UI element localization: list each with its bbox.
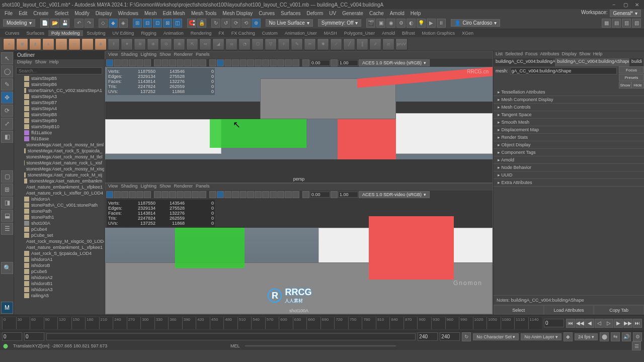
attr-menu-focus[interactable]: Focus bbox=[525, 51, 538, 58]
attr-menu-attributes[interactable]: Attributes bbox=[540, 51, 559, 58]
vp2-gate-mask-icon[interactable] bbox=[177, 191, 184, 198]
copy-tab-button[interactable]: Copy Tab bbox=[594, 305, 644, 315]
vp-dof-icon[interactable] bbox=[270, 59, 277, 66]
paint-select-tool[interactable]: ✎ bbox=[1, 78, 13, 90]
range-track[interactable] bbox=[46, 333, 416, 340]
history-4-icon[interactable]: ⟲ bbox=[242, 19, 251, 28]
time-track[interactable]: 0306090120150180210240270300330360390420… bbox=[2, 317, 542, 329]
mirror-icon[interactable]: ⧈ bbox=[225, 38, 237, 50]
last-tool[interactable]: ◧ bbox=[1, 131, 13, 143]
tab-animation[interactable]: Animation bbox=[160, 30, 187, 36]
vp2-motion-blur-icon[interactable] bbox=[255, 191, 262, 198]
attr-menu-selected[interactable]: Selected bbox=[505, 51, 523, 58]
vp2-exposure-icon[interactable] bbox=[302, 191, 309, 198]
vp2-xray-joints-icon[interactable] bbox=[292, 191, 299, 198]
vp2-ao-icon[interactable] bbox=[247, 191, 254, 198]
vp-menu-view[interactable]: View bbox=[108, 52, 118, 59]
attr-section[interactable]: Extra Attributes bbox=[494, 179, 644, 187]
move-tool[interactable]: ✥ bbox=[1, 92, 13, 104]
vp-gamma-icon[interactable] bbox=[331, 59, 338, 66]
outliner-item[interactable]: Aset_rock_mossy_M_xisgcic_00_LOD4 bbox=[14, 238, 104, 244]
vp2-menu-view[interactable]: View bbox=[108, 184, 118, 191]
show-button[interactable]: Show bbox=[619, 81, 631, 88]
vp-bookmark-icon[interactable] bbox=[121, 59, 128, 66]
goto-start-icon[interactable]: ⏮ bbox=[566, 319, 575, 328]
outliner-item[interactable]: stonesMega:Aset_rock_mossy_M_tlel bbox=[14, 154, 104, 160]
vp2-lights-icon[interactable] bbox=[232, 191, 239, 198]
outliner-item[interactable]: stonesMega:Aset_rock_mossy_M_xisg bbox=[14, 166, 104, 172]
layout-2-icon[interactable]: ▤ bbox=[612, 19, 621, 28]
vp2-colorspace-dropdown[interactable]: ACES 1.0 SDR-video (sRGB) ▾ bbox=[359, 191, 430, 198]
attr-section[interactable]: Arnold bbox=[494, 156, 644, 164]
play-back-icon[interactable]: ◁ bbox=[595, 319, 604, 328]
tab-mash[interactable]: MASH bbox=[321, 30, 340, 36]
step-forward-icon[interactable]: ▶ bbox=[614, 319, 623, 328]
separate-icon[interactable]: ⊖ bbox=[160, 38, 172, 50]
menu-arnold[interactable]: Arnold bbox=[388, 11, 406, 16]
menu-windows[interactable]: Windows bbox=[116, 11, 140, 16]
vp-gamma-field[interactable] bbox=[338, 60, 358, 66]
poly-cone-icon[interactable]: ▲ bbox=[42, 38, 54, 50]
outliner-item[interactable]: stairsStepB7 bbox=[14, 100, 104, 106]
command-line[interactable] bbox=[245, 345, 396, 346]
attr-section[interactable]: Node Behavior bbox=[494, 164, 644, 171]
offset-edge-icon[interactable]: ║ bbox=[356, 38, 368, 50]
range-end-field[interactable] bbox=[440, 332, 460, 341]
tab-sculpting[interactable]: Sculpting bbox=[84, 30, 109, 36]
select-by-object-icon[interactable]: ◆ bbox=[109, 19, 118, 28]
attr-section[interactable]: Tessellation Attributes bbox=[494, 88, 644, 96]
goto-end-icon[interactable]: ⏭ bbox=[633, 319, 642, 328]
light-editor-icon[interactable]: 💡 bbox=[417, 19, 426, 28]
render-settings-icon[interactable]: ⚙ bbox=[396, 19, 406, 28]
vp2-safe-action-icon[interactable] bbox=[192, 191, 199, 198]
menu-help[interactable]: Help bbox=[409, 11, 423, 16]
attr-section[interactable]: UUID bbox=[494, 171, 644, 179]
tab-surfaces[interactable]: Surfaces bbox=[24, 30, 48, 36]
lock-icon[interactable]: 🔒 bbox=[197, 19, 206, 28]
vp-gate-mask-icon[interactable] bbox=[177, 59, 184, 66]
prefs-icon[interactable]: ⚙ bbox=[633, 332, 642, 341]
outliner-item[interactable]: railingA5 bbox=[14, 293, 104, 299]
menu-curves[interactable]: Curves bbox=[257, 11, 276, 16]
combine-icon[interactable]: ⊕ bbox=[147, 38, 159, 50]
outliner-item[interactable]: stairsStepB9 bbox=[14, 118, 104, 124]
bevel-icon[interactable]: ◢ bbox=[212, 38, 224, 50]
viewport-persp-canvas[interactable]: Verts:11875501435460Edges:23291342755280… bbox=[105, 67, 493, 183]
vp-menu-panels[interactable]: Panels bbox=[196, 52, 210, 59]
vp2-menu-renderer[interactable]: Renderer bbox=[174, 184, 193, 191]
vp-lights-icon[interactable] bbox=[232, 59, 239, 66]
outliner-item[interactable]: ishidoroB1 bbox=[14, 281, 104, 287]
sync-icon[interactable]: ⇆ bbox=[611, 332, 620, 341]
vp2-gamma-field[interactable] bbox=[338, 192, 358, 198]
attr-section[interactable]: Mesh Component Display bbox=[494, 96, 644, 104]
tab-motion-graphics[interactable]: Motion Graphics bbox=[419, 30, 458, 36]
key-icon[interactable]: ◆ bbox=[564, 332, 573, 341]
menu-display[interactable]: Display bbox=[94, 11, 114, 16]
select-tool[interactable]: ↖ bbox=[1, 52, 13, 64]
vp2-grease-icon[interactable] bbox=[144, 191, 151, 198]
insert-edge-icon[interactable]: ╱ bbox=[343, 38, 355, 50]
vp-resolution-gate-icon[interactable] bbox=[169, 59, 176, 66]
mesh-name-field[interactable] bbox=[510, 67, 617, 74]
layout-3-icon[interactable]: ▥ bbox=[622, 19, 631, 28]
vp2-textured-icon[interactable] bbox=[224, 191, 231, 198]
vp-xray-joints-icon[interactable] bbox=[292, 59, 299, 66]
menu-mesh-tools[interactable]: Mesh Tools bbox=[190, 11, 218, 16]
poly-cube-icon[interactable]: ◼ bbox=[16, 38, 28, 50]
outliner-item[interactable]: stairsStepA4 bbox=[14, 106, 104, 112]
vp-safe-title-icon[interactable] bbox=[199, 59, 206, 66]
vp2-select-camera-icon[interactable] bbox=[106, 191, 113, 198]
outliner-item[interactable]: stairsStepB5 bbox=[14, 75, 104, 81]
outliner-item[interactable]: stonePathA_CC_v001:stonePath bbox=[14, 202, 104, 208]
outliner-item[interactable]: stairsStepB8 bbox=[14, 112, 104, 118]
loop-icon[interactable]: ↻ bbox=[462, 332, 471, 341]
vp-colorspace-dropdown[interactable]: ACES 1.0 SDR-video (sRGB) ▾ bbox=[359, 59, 430, 66]
attr-section[interactable]: Tangent Space bbox=[494, 111, 644, 119]
load-attributes-button[interactable]: Load Attributes bbox=[544, 305, 594, 315]
menu-select[interactable]: Select bbox=[53, 11, 70, 16]
ipr-icon[interactable]: ◉ bbox=[386, 19, 395, 28]
pause-icon[interactable]: ⏸ bbox=[437, 19, 446, 28]
tab-rigging[interactable]: Rigging bbox=[138, 30, 159, 36]
snap-plane-icon[interactable]: ⊠ bbox=[163, 19, 172, 28]
smooth-icon[interactable]: ◔ bbox=[238, 38, 251, 50]
